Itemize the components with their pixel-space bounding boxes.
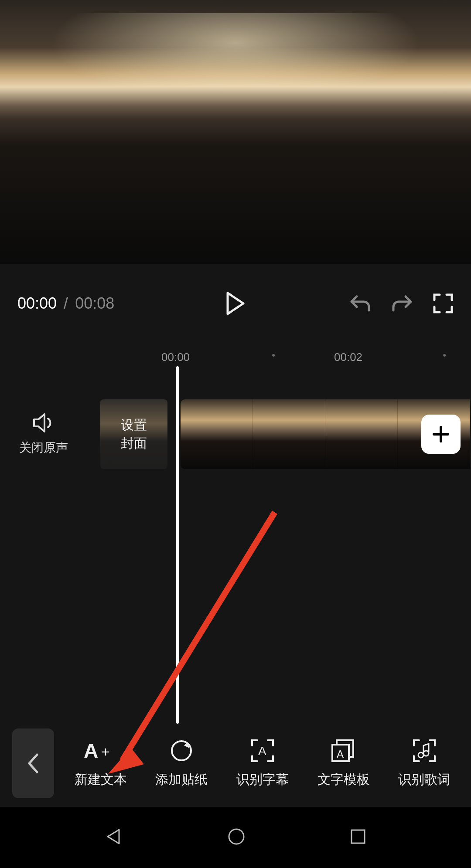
mute-label: 关闭原声	[19, 439, 68, 456]
text-add-icon: A +	[84, 739, 118, 762]
new-text-button[interactable]: A + 新建文本	[75, 739, 127, 789]
tool-label: 识别歌词	[398, 771, 451, 789]
lyrics-scan-icon	[412, 739, 437, 763]
tool-label: 文字模板	[317, 771, 370, 789]
svg-text:A: A	[84, 739, 98, 762]
timeline-ruler: 00:00 00:02	[0, 343, 471, 369]
time-duration: 00:08	[75, 294, 114, 312]
timeline[interactable]: 00:00 00:02 关闭原声 设置 封面	[0, 343, 471, 469]
playback-controls: 00:00 / 00:08	[0, 264, 471, 343]
time-separator: /	[64, 294, 68, 312]
ruler-tick: 00:00	[161, 351, 190, 364]
svg-point-9	[418, 752, 423, 758]
nav-recent-button[interactable]	[349, 828, 367, 847]
svg-point-4	[172, 741, 191, 760]
time-current: 00:00	[17, 294, 57, 312]
svg-point-11	[229, 829, 244, 844]
svg-point-10	[423, 751, 429, 756]
svg-text:+: +	[101, 743, 110, 760]
fullscreen-icon	[433, 293, 454, 314]
play-icon	[226, 292, 245, 315]
plus-icon	[431, 425, 451, 444]
nav-back-button[interactable]	[104, 827, 123, 848]
auto-caption-button[interactable]: A 识别字幕	[236, 739, 289, 789]
clip-frame	[253, 399, 325, 469]
set-cover-button[interactable]: 设置 封面	[100, 399, 167, 469]
ruler-dot	[272, 354, 275, 357]
redo-icon	[391, 294, 413, 313]
chevron-left-icon	[27, 753, 40, 774]
ruler-tick: 00:02	[334, 351, 362, 364]
play-button[interactable]	[226, 292, 245, 315]
add-clip-button[interactable]	[421, 415, 461, 454]
video-track: 关闭原声 设置 封面	[0, 399, 471, 469]
svg-text:A: A	[258, 744, 266, 758]
triangle-left-icon	[104, 827, 123, 846]
svg-rect-12	[352, 830, 365, 843]
text-template-icon: A	[331, 739, 357, 763]
system-navbar	[0, 807, 471, 868]
svg-text:A: A	[337, 748, 344, 760]
ruler-dot	[443, 354, 446, 357]
toolbar-back-button[interactable]	[12, 728, 54, 798]
fullscreen-button[interactable]	[433, 293, 454, 314]
playhead[interactable]	[176, 366, 179, 724]
square-icon	[349, 828, 367, 845]
clip-frame	[325, 399, 398, 469]
video-preview[interactable]	[0, 0, 471, 264]
time-display: 00:00 / 00:08	[17, 294, 114, 313]
nav-home-button[interactable]	[227, 827, 246, 848]
add-sticker-button[interactable]: 添加贴纸	[155, 739, 208, 789]
undo-button[interactable]	[349, 294, 372, 313]
text-toolbar: A + 新建文本 添加贴纸 A 识别字幕	[0, 720, 471, 807]
auto-lyrics-button[interactable]: 识别歌词	[398, 739, 451, 789]
sticker-icon	[170, 739, 193, 762]
caption-scan-icon: A	[250, 739, 275, 763]
undo-icon	[349, 294, 372, 313]
mute-original-audio[interactable]: 关闭原声	[0, 412, 87, 456]
tool-label: 添加贴纸	[155, 771, 208, 789]
tool-label: 新建文本	[75, 771, 127, 789]
text-template-button[interactable]: A 文字模板	[317, 739, 370, 789]
redo-button[interactable]	[391, 294, 413, 313]
speaker-icon	[32, 412, 55, 433]
circle-icon	[227, 827, 246, 846]
clip-frame	[181, 399, 253, 469]
tool-label: 识别字幕	[236, 771, 289, 789]
cover-label: 设置 封面	[121, 416, 147, 453]
